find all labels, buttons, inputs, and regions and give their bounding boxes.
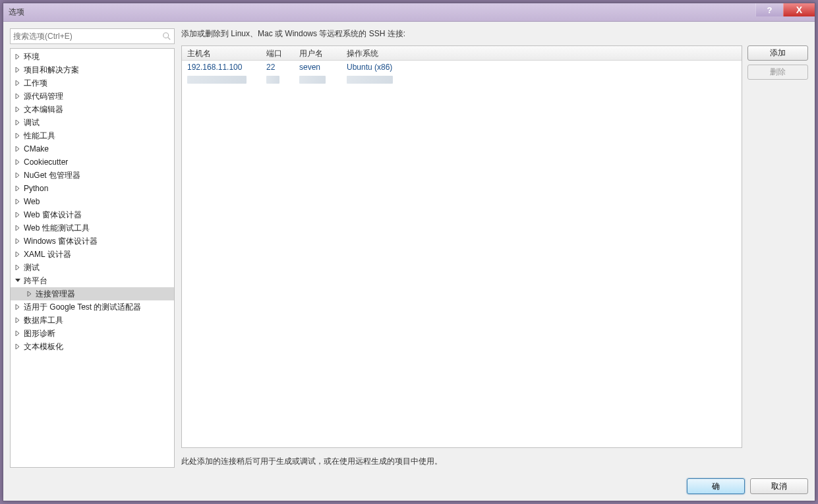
col-os[interactable]: 操作系统 (341, 46, 742, 60)
chevron-right-icon[interactable] (15, 317, 21, 323)
tree-item[interactable]: 调试 (11, 116, 174, 129)
tree-item[interactable]: 项目和解决方案 (11, 63, 174, 76)
table-header: 主机名 端口 用户名 操作系统 (182, 46, 742, 61)
tree-item[interactable]: 文本编辑器 (11, 103, 174, 116)
chevron-right-icon[interactable] (15, 146, 21, 152)
tree-item-label: 跨平台 (24, 275, 47, 287)
chevron-right-icon[interactable] (15, 106, 21, 113)
chevron-right-icon[interactable] (15, 264, 21, 271)
left-panel: 环境项目和解决方案工作项源代码管理文本编辑器调试性能工具CMakeCookiec… (10, 28, 175, 468)
tree-item-label: Web (24, 197, 40, 206)
remove-button[interactable]: 删除 (747, 65, 808, 80)
tree-item[interactable]: CMake (11, 142, 174, 155)
tree-item[interactable]: 测试 (11, 261, 174, 274)
add-button[interactable]: 添加 (747, 45, 808, 61)
chevron-right-icon[interactable] (15, 225, 21, 231)
chevron-right-icon[interactable] (15, 67, 21, 73)
tree-item-label: NuGet 包管理器 (24, 170, 80, 181)
tree-item[interactable]: 数据库工具 (11, 314, 174, 327)
cell-host (182, 74, 261, 87)
tree-item-label: 文本编辑器 (24, 104, 63, 115)
chevron-right-icon[interactable] (15, 304, 21, 310)
cell-os: Ubuntu (x86) (341, 61, 742, 73)
options-dialog: 选项 ? X 环境项目和解决方案工作项源代码管理文本编辑器调试性能工具CMake… (3, 3, 815, 501)
panel-description: 添加或删除到 Linux、Mac 或 Windows 等远程系统的 SSH 连接… (181, 28, 808, 40)
content-area: 环境项目和解决方案工作项源代码管理文本编辑器调试性能工具CMakeCookiec… (10, 28, 808, 468)
tree-item[interactable]: XAML 设计器 (11, 248, 174, 261)
tree-item[interactable]: 跨平台 (11, 274, 174, 287)
help-button[interactable]: ? (755, 3, 783, 16)
footer-note: 此处添加的连接稍后可用于生成或调试，或在使用远程生成的项目中使用。 (181, 456, 808, 468)
chevron-right-icon[interactable] (15, 172, 21, 179)
tree-item-label: 性能工具 (24, 130, 55, 142)
svg-point-0 (163, 33, 169, 38)
chevron-right-icon[interactable] (26, 291, 33, 297)
table-row[interactable]: 192.168.11.10022sevenUbuntu (x86) (182, 61, 742, 74)
tree-item-label: CMake (24, 144, 49, 154)
tree-item-label: 调试 (24, 117, 40, 128)
tree-item[interactable]: Python (11, 182, 174, 195)
tree-item-label: 测试 (24, 262, 40, 273)
tree-item-label: Web 性能测试工具 (24, 223, 90, 234)
options-tree[interactable]: 环境项目和解决方案工作项源代码管理文本编辑器调试性能工具CMakeCookiec… (10, 48, 175, 468)
chevron-down-icon[interactable] (15, 277, 21, 284)
chevron-right-icon[interactable] (15, 132, 21, 139)
tree-item-label: 文本模板化 (24, 341, 63, 352)
col-host[interactable]: 主机名 (182, 46, 261, 60)
cell-user (294, 74, 341, 87)
chevron-right-icon[interactable] (15, 185, 21, 192)
side-buttons: 添加 删除 (747, 45, 808, 448)
col-port[interactable]: 端口 (261, 46, 294, 60)
search-input[interactable] (13, 32, 162, 41)
chevron-right-icon[interactable] (15, 93, 21, 99)
tree-item[interactable]: NuGet 包管理器 (11, 169, 174, 182)
titlebar-buttons: ? X (755, 3, 815, 21)
tree-item-label: 项目和解决方案 (24, 65, 79, 76)
chevron-right-icon[interactable] (15, 198, 21, 205)
tree-item[interactable]: 连接管理器 (11, 287, 174, 300)
chevron-right-icon[interactable] (15, 159, 21, 165)
chevron-right-icon[interactable] (15, 238, 21, 244)
cell-port (261, 74, 294, 87)
tree-item-label: Cookiecutter (24, 157, 68, 167)
cell-os (341, 74, 742, 87)
col-user[interactable]: 用户名 (294, 46, 341, 60)
tree-item[interactable]: 工作项 (11, 76, 174, 90)
tree-item[interactable]: 源代码管理 (11, 90, 174, 103)
tree-item[interactable]: Windows 窗体设计器 (11, 235, 174, 248)
search-box[interactable] (10, 28, 175, 44)
window-title: 选项 (9, 7, 24, 18)
tree-item-label: 源代码管理 (24, 91, 63, 102)
chevron-right-icon[interactable] (15, 330, 21, 337)
tree-item[interactable]: 性能工具 (11, 129, 174, 142)
ok-button[interactable]: 确 (687, 478, 745, 494)
tree-item-label: 工作项 (24, 78, 47, 89)
tree-item[interactable]: Web 性能测试工具 (11, 221, 174, 235)
tree-item-label: 数据库工具 (24, 315, 63, 326)
tree-item[interactable]: 环境 (11, 50, 174, 63)
right-panel: 添加或删除到 Linux、Mac 或 Windows 等远程系统的 SSH 连接… (181, 28, 808, 468)
connections-table: 主机名 端口 用户名 操作系统 192.168.11.10022sevenUbu… (181, 45, 742, 448)
cancel-button[interactable]: 取消 (750, 478, 808, 494)
search-icon (162, 32, 171, 41)
right-main: 主机名 端口 用户名 操作系统 192.168.11.10022sevenUbu… (181, 45, 808, 448)
svg-line-1 (168, 38, 171, 40)
table-row[interactable] (182, 74, 742, 87)
chevron-right-icon[interactable] (15, 119, 21, 126)
chevron-right-icon[interactable] (15, 80, 21, 86)
tree-item[interactable]: 文本模板化 (11, 340, 174, 353)
cell-host: 192.168.11.100 (182, 61, 261, 73)
close-button[interactable]: X (783, 3, 815, 16)
tree-item-label: 适用于 Google Test 的测试适配器 (24, 302, 142, 313)
tree-item[interactable]: Cookiecutter (11, 155, 174, 169)
tree-item-label: 图形诊断 (24, 328, 55, 339)
tree-item[interactable]: 适用于 Google Test 的测试适配器 (11, 300, 174, 314)
chevron-right-icon[interactable] (15, 343, 21, 350)
chevron-right-icon[interactable] (15, 211, 21, 218)
chevron-right-icon[interactable] (15, 251, 21, 258)
tree-item[interactable]: Web 窗体设计器 (11, 208, 174, 221)
dialog-footer: 确 取消 (10, 478, 808, 494)
tree-item[interactable]: 图形诊断 (11, 327, 174, 340)
tree-item[interactable]: Web (11, 195, 174, 208)
chevron-right-icon[interactable] (15, 53, 21, 60)
